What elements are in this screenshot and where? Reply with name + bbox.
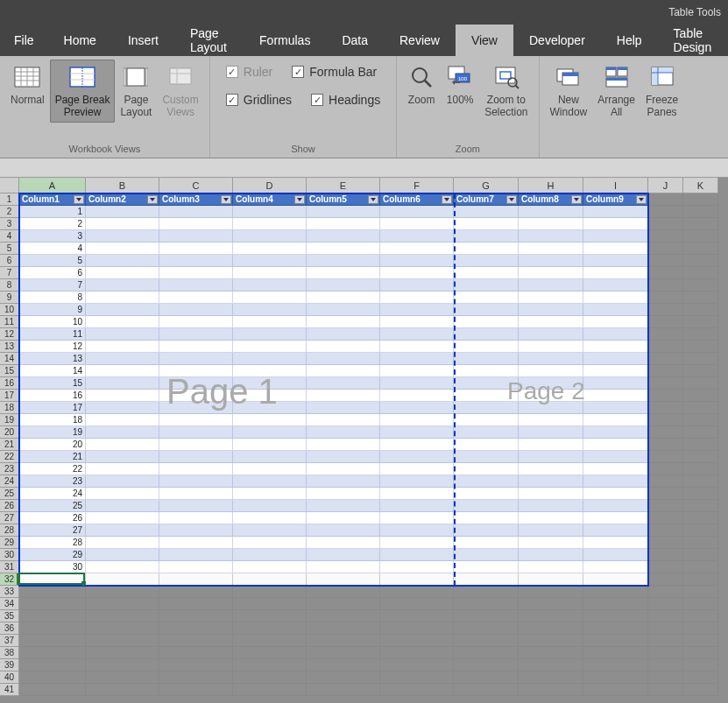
cell[interactable] <box>648 426 683 439</box>
cell[interactable] <box>233 549 307 561</box>
tab-page-layout[interactable]: Page Layout <box>174 25 244 56</box>
cell[interactable]: 29 <box>19 549 86 561</box>
cell[interactable] <box>519 573 583 586</box>
cell[interactable] <box>648 635 683 647</box>
cell[interactable] <box>519 255 583 267</box>
cell[interactable] <box>159 353 233 365</box>
worksheet-grid[interactable]: ABCDEFGHIJK1Column1Column2Column3Column4… <box>0 178 728 696</box>
cell[interactable] <box>519 426 583 439</box>
cell[interactable] <box>683 635 718 647</box>
cell[interactable] <box>454 549 519 561</box>
cell[interactable] <box>159 206 233 218</box>
cell[interactable] <box>233 512 307 524</box>
cell[interactable] <box>583 279 648 292</box>
cell[interactable]: 4 <box>19 243 86 255</box>
cell[interactable]: 21 <box>19 451 86 463</box>
cell[interactable] <box>454 573 519 586</box>
cell[interactable] <box>683 279 718 292</box>
cell[interactable]: 15 <box>19 377 86 390</box>
cell[interactable] <box>583 316 648 328</box>
cell[interactable] <box>648 341 683 353</box>
cell[interactable] <box>454 218 519 230</box>
cell[interactable] <box>307 537 380 549</box>
cell[interactable] <box>454 671 519 684</box>
cell[interactable] <box>380 684 454 696</box>
cell[interactable] <box>86 659 159 671</box>
cell[interactable] <box>519 206 583 218</box>
cell[interactable] <box>583 439 648 451</box>
cell[interactable] <box>159 377 233 390</box>
cell[interactable] <box>233 316 307 328</box>
cell[interactable] <box>648 671 683 684</box>
cell[interactable]: Column3 <box>159 193 233 206</box>
cell[interactable] <box>519 671 583 684</box>
cell[interactable] <box>648 255 683 267</box>
cell[interactable] <box>454 390 519 402</box>
cell[interactable] <box>380 451 454 463</box>
cell[interactable] <box>86 341 159 353</box>
cell[interactable] <box>519 230 583 243</box>
column-header-G[interactable]: G <box>454 178 519 193</box>
cell[interactable] <box>233 635 307 647</box>
cell[interactable] <box>159 610 233 622</box>
cell[interactable] <box>683 512 718 524</box>
cell[interactable] <box>683 230 718 243</box>
cell[interactable] <box>159 537 233 549</box>
cell[interactable]: 5 <box>19 255 86 267</box>
cell[interactable] <box>307 451 380 463</box>
cell[interactable] <box>648 206 683 218</box>
tab-review[interactable]: Review <box>384 25 456 56</box>
row-header[interactable]: 6 <box>0 255 19 267</box>
tab-table-design[interactable]: Table Design <box>658 25 728 56</box>
cell[interactable] <box>519 267 583 279</box>
cell[interactable] <box>380 206 454 218</box>
cell[interactable]: 12 <box>19 341 86 353</box>
custom-views-button[interactable]: Custom Views <box>157 60 203 123</box>
cell[interactable] <box>583 488 648 500</box>
cell[interactable] <box>583 206 648 218</box>
cell[interactable] <box>159 500 233 512</box>
cell[interactable] <box>233 659 307 671</box>
cell[interactable] <box>307 488 380 500</box>
cell[interactable] <box>307 292 380 304</box>
cell[interactable] <box>648 659 683 671</box>
cell[interactable] <box>454 622 519 635</box>
cell[interactable]: 25 <box>19 500 86 512</box>
filter-dropdown-icon[interactable] <box>368 195 378 204</box>
cell[interactable] <box>583 524 648 537</box>
cell[interactable] <box>454 500 519 512</box>
cell[interactable] <box>233 488 307 500</box>
cell[interactable] <box>683 365 718 377</box>
gridlines-checkbox[interactable]: ✓ Gridlines <box>226 93 292 107</box>
filter-dropdown-icon[interactable] <box>294 195 305 204</box>
cell[interactable] <box>380 622 454 635</box>
cell[interactable]: 3 <box>19 230 86 243</box>
cell[interactable] <box>454 598 519 610</box>
cell[interactable] <box>648 218 683 230</box>
column-header-F[interactable]: F <box>380 178 454 193</box>
tab-formulas[interactable]: Formulas <box>244 25 326 56</box>
cell[interactable]: 10 <box>19 316 86 328</box>
cell[interactable] <box>307 243 380 255</box>
cell[interactable] <box>159 561 233 573</box>
cell[interactable] <box>648 573 683 586</box>
cell[interactable] <box>519 586 583 598</box>
cell[interactable] <box>86 537 159 549</box>
cell[interactable] <box>159 524 233 537</box>
cell[interactable] <box>683 622 718 635</box>
cell[interactable]: 6 <box>19 267 86 279</box>
cell[interactable] <box>159 475 233 488</box>
cell[interactable] <box>233 586 307 598</box>
cell[interactable] <box>380 537 454 549</box>
row-header[interactable]: 21 <box>0 439 19 451</box>
row-header[interactable]: 31 <box>0 561 19 573</box>
tab-data[interactable]: Data <box>326 25 384 56</box>
cell[interactable] <box>648 243 683 255</box>
cell[interactable] <box>159 292 233 304</box>
cell[interactable] <box>454 414 519 426</box>
cell[interactable] <box>583 659 648 671</box>
cell[interactable] <box>519 561 583 573</box>
cell[interactable] <box>648 316 683 328</box>
cell[interactable] <box>159 390 233 402</box>
cell[interactable] <box>233 451 307 463</box>
